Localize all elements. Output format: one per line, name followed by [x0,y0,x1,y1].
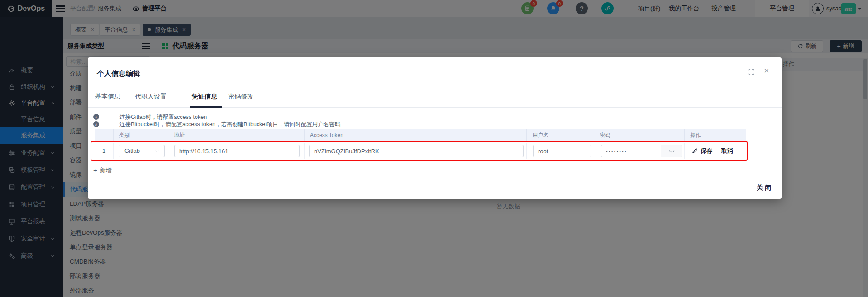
token-column-header: Access Token [305,129,527,141]
operation-column-header: 操作 [685,129,746,141]
cancel-button[interactable]: 取消 [721,141,733,161]
fullscreen-icon[interactable] [748,68,755,75]
address-input[interactable] [174,145,300,157]
index-column-header [95,129,114,141]
eye-off-icon [668,148,675,155]
address-column-header: 地址 [168,129,305,141]
close-icon[interactable]: × [764,66,769,76]
personal-info-modal: 个人信息编辑 × 基本信息 代职人设置 凭证信息 密码修改 i 连接Gitlab… [88,57,782,199]
modal-tab-deputy[interactable]: 代职人设置 [135,93,167,101]
pencil-icon [692,147,698,154]
add-row-button[interactable]: + 新增 [93,166,112,175]
chevron-down-icon [154,149,159,154]
screen: DevOps 平台配置 / 服务集成 管理平台 0 0 ? 项目(群) 我的工作… [0,0,868,297]
active-tab-underline [190,106,222,108]
info-icon: i [93,121,99,127]
password-column-header: 密码 [594,129,685,141]
plus-icon: + [93,166,97,175]
note-gitlab: 连接Gitlab时，请配置access token [119,113,207,121]
modal-title: 个人信息编辑 [97,69,140,79]
save-button[interactable]: 保存 [701,141,712,161]
modal-tab-basic[interactable]: 基本信息 [95,93,120,101]
username-column-header: 用户名 [527,129,594,141]
modal-tab-credentials[interactable]: 凭证信息 [192,93,217,101]
type-column-header: 类别 [114,129,168,141]
username-input[interactable] [533,145,591,157]
type-select[interactable]: Gitlab [119,145,165,157]
credentials-table-header: 类别 地址 Access Token 用户名 密码 操作 [95,129,746,141]
modal-tab-password[interactable]: 密码修改 [228,93,253,101]
modal-close-button[interactable]: 关 闭 [757,184,771,192]
row-index: 1 [102,141,105,161]
password-input[interactable]: •••••••• [601,145,662,157]
toggle-password-button[interactable] [661,145,682,157]
info-icon: i [93,114,99,120]
note-bitbucket: 连接Bitbucket时，请配置access token，若需创建Bitbuck… [119,121,340,128]
token-input[interactable] [309,145,524,157]
